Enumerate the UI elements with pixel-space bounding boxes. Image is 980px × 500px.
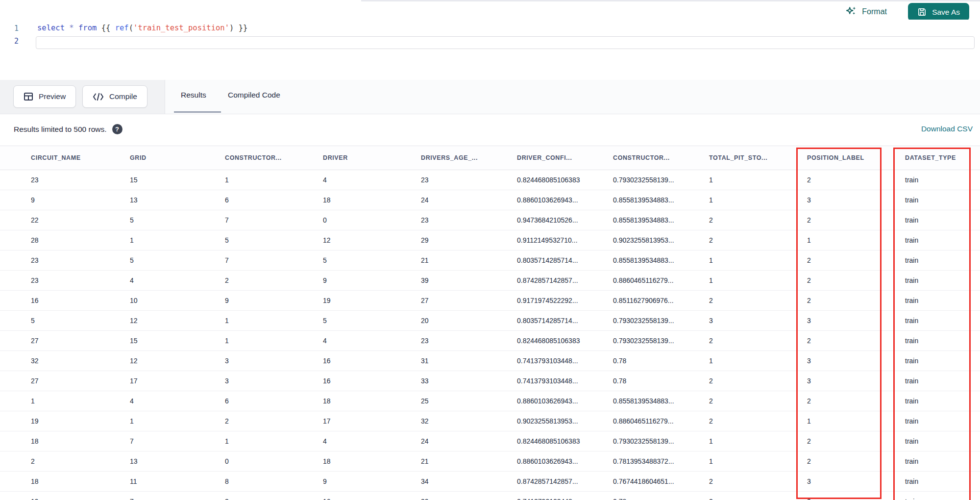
floppy-disk-icon	[917, 7, 927, 17]
save-as-button[interactable]: Save As	[908, 3, 969, 21]
table-cell: 3	[703, 317, 801, 325]
table-cell: 22	[24, 216, 123, 224]
table-cell: 21	[415, 457, 511, 465]
table-row: 3212316310.7413793103448...0.7813train	[0, 351, 980, 371]
table-cell: 2	[801, 397, 899, 405]
table-cell: 23	[415, 216, 511, 224]
table-cell: 7	[123, 437, 219, 445]
tab-results[interactable]: Results	[181, 91, 206, 100]
table-cell: 0.8035714285714...	[511, 256, 607, 264]
table-cell: 1	[703, 176, 801, 184]
table-cell: 15	[123, 176, 219, 184]
tab-compiled-code[interactable]: Compiled Code	[228, 91, 280, 100]
download-csv-link[interactable]: Download CSV	[921, 125, 973, 133]
table-cell: 4	[317, 176, 415, 184]
table-cell: 1	[123, 236, 219, 244]
table-row: 22570230.9473684210526...0.8558139534883…	[0, 210, 980, 230]
table-cell: 9	[219, 297, 317, 304]
table-cell: 3	[801, 196, 899, 204]
table-cell: 5	[123, 256, 219, 264]
table-cell: 27	[24, 377, 123, 385]
preview-label: Preview	[39, 92, 66, 101]
jinja-open-brace: {{	[101, 24, 115, 32]
table-body: 231514230.8244680851063830.7930232558139…	[0, 170, 980, 500]
table-cell: 3	[801, 317, 899, 325]
table-cell: 1	[219, 337, 317, 345]
table-cell: 0.8558139534883...	[607, 216, 703, 224]
table-cell: 19	[24, 417, 123, 425]
column-header-driver: DRIVER	[317, 154, 415, 161]
table-cell: 0.7413793103448...	[511, 357, 607, 365]
table-cell: 32	[415, 417, 511, 425]
table-cell: 2	[801, 437, 899, 445]
table-cell: 3	[801, 477, 899, 485]
table-cell: 2	[801, 457, 899, 465]
column-header-driver-confi: DRIVER_CONFI...	[511, 154, 607, 161]
table-cell: 0.78	[607, 377, 703, 385]
code-line-1[interactable]: select * from {{ ref('train_test_positio…	[37, 24, 247, 32]
help-icon[interactable]: ?	[112, 124, 122, 134]
table-row: 197316300.7413793103448...0.7823train	[0, 492, 980, 500]
table-cell: 33	[415, 377, 511, 385]
table-cell: 4	[317, 437, 415, 445]
table-cell: 2	[703, 477, 801, 485]
table-row: 2717316330.7413793103448...0.7823train	[0, 371, 980, 391]
active-line-cursor-box[interactable]	[36, 36, 975, 49]
jinja-close-brace: }}	[234, 24, 247, 32]
table-cell: 29	[415, 236, 511, 244]
preview-button[interactable]: Preview	[13, 85, 76, 108]
table-cell: 0.8742857142857...	[511, 477, 607, 485]
table-cell: 0	[317, 216, 415, 224]
table-cell: 3	[219, 357, 317, 365]
table-cell: 2	[801, 216, 899, 224]
table-cell: train	[899, 397, 978, 405]
table-cell: 1	[801, 236, 899, 244]
sql-star-operator: *	[69, 24, 74, 32]
ref-function: ref	[115, 24, 129, 32]
table-cell: 7	[123, 498, 219, 500]
table-row: 1610919270.9171974522292...0.85116279069…	[0, 291, 980, 311]
table-cell: 2	[801, 176, 899, 184]
table-cell: 2	[703, 498, 801, 500]
table-cell: 12	[123, 317, 219, 325]
table-cell: train	[899, 357, 978, 365]
table-cell: train	[899, 276, 978, 284]
close-paren: )	[229, 24, 234, 32]
table-cell: train	[899, 317, 978, 325]
table-cell: 1	[703, 457, 801, 465]
table-cell: 5	[219, 236, 317, 244]
table-cell: 16	[317, 498, 415, 500]
table-row: 913618240.8860103626943...0.855813953488…	[0, 190, 980, 210]
table-cell: 32	[24, 357, 123, 365]
table-cell: 1	[703, 196, 801, 204]
format-button[interactable]: Format	[846, 6, 887, 17]
table-cell: 4	[123, 276, 219, 284]
table-cell: 1	[703, 437, 801, 445]
table-cell: 23	[415, 176, 511, 184]
table-cell: 4	[317, 337, 415, 345]
table-row: 51215200.8035714285714...0.7930232558139…	[0, 311, 980, 331]
table-cell: train	[899, 297, 978, 304]
code-editor[interactable]: 1 2 select * from {{ ref('train_test_pos…	[0, 20, 980, 80]
table-cell: 6	[219, 397, 317, 405]
table-row: 14618250.8860103626943...0.8558139534883…	[0, 391, 980, 411]
column-header-constructor: CONSTRUCTOR...	[607, 154, 703, 161]
table-cell: 27	[415, 297, 511, 304]
compile-button[interactable]: Compile	[82, 85, 147, 108]
results-meta-bar: Results limited to 500 rows. ? Download …	[0, 114, 980, 146]
table-cell: 0.8860103626943...	[511, 457, 607, 465]
table-cell: 24	[415, 196, 511, 204]
table-cell: 2	[703, 397, 801, 405]
table-cell: 2	[703, 216, 801, 224]
table-row: 18714240.8244680851063830.7930232558139.…	[0, 431, 980, 451]
results-limit-text: Results limited to 500 rows.	[14, 125, 107, 134]
table-cell: train	[899, 498, 978, 500]
table-cell: 6	[219, 196, 317, 204]
table-cell: 1	[24, 397, 123, 405]
column-header-position-label: POSITION_LABEL	[801, 154, 899, 161]
results-table: CIRCUIT_NAMEGRIDCONSTRUCTOR...DRIVERDRIV…	[0, 146, 980, 500]
table-cell: train	[899, 176, 978, 184]
table-cell: 0.78	[607, 498, 703, 500]
table-cell: 1	[219, 317, 317, 325]
code-space	[65, 24, 69, 32]
